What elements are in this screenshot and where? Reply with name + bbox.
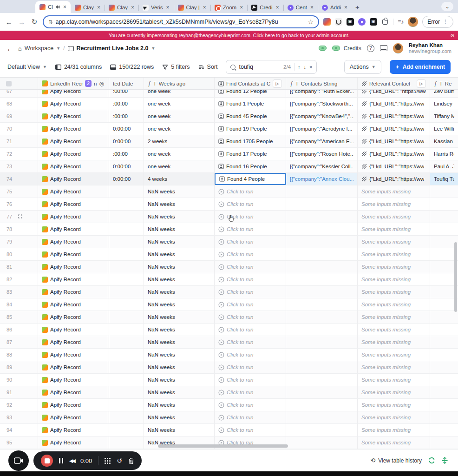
posted-date-cell[interactable] xyxy=(109,273,144,285)
find-contacts-cell[interactable]: Click to run xyxy=(215,374,286,386)
weeks-ago-cell[interactable]: one week xyxy=(144,110,215,122)
posted-date-cell[interactable] xyxy=(109,361,144,373)
row-number-cell[interactable]: 84 xyxy=(0,298,38,311)
search-close-button[interactable]: × xyxy=(309,64,312,70)
url-bar[interactable]: ⇅ app.clay.com/workspaces/286951/tables/… xyxy=(43,15,319,28)
find-contacts-cell[interactable]: Found 12 People xyxy=(215,90,286,97)
relevant-contact-cell[interactable]: Some inputs missing xyxy=(358,311,430,323)
posted-date-cell[interactable] xyxy=(109,324,144,336)
record-cell[interactable]: Apify Record xyxy=(38,135,109,147)
site-settings-icon[interactable]: ⇅ xyxy=(48,19,52,25)
relevant-contact-cell[interactable]: {"Lkd_URL":"https://ww xyxy=(358,148,430,160)
find-contacts-cell[interactable]: Click to run xyxy=(215,311,286,323)
row-number-cell[interactable]: 81 xyxy=(0,261,38,273)
find-contacts-cell[interactable]: Found 19 People xyxy=(215,123,286,135)
posted-date-cell[interactable] xyxy=(109,399,144,411)
posted-date-cell[interactable] xyxy=(109,336,144,348)
row-number-cell[interactable]: 71 xyxy=(0,135,38,147)
weeks-ago-cell[interactable]: NaN weeks xyxy=(144,185,215,198)
forward-button[interactable]: → xyxy=(17,18,26,26)
posted-date-cell[interactable]: :00:00 xyxy=(109,148,144,160)
weeks-ago-cell[interactable]: NaN weeks xyxy=(144,336,215,348)
relevant-contact-cell[interactable]: Some inputs missing xyxy=(358,236,430,248)
weeks-ago-cell[interactable]: NaN weeks xyxy=(144,211,215,223)
row-number-cell[interactable]: 77 xyxy=(0,211,38,223)
relevant-contact-cell[interactable]: Some inputs missing xyxy=(358,386,430,398)
posted-date-cell[interactable] xyxy=(109,311,144,323)
user-avatar[interactable] xyxy=(393,43,403,53)
column-header-weeks-ago[interactable]: ƒ T Weeks ago xyxy=(144,78,215,89)
run-play-icon[interactable] xyxy=(218,402,224,408)
posted-date-cell[interactable] xyxy=(109,424,144,436)
contacts-string-cell[interactable]: [{"company":"Aerodyne I... xyxy=(286,123,358,135)
relevant-name-cell[interactable] xyxy=(430,436,458,449)
relevant-contact-cell[interactable]: {"Lkd_URL":"https://ww xyxy=(358,160,430,172)
record-cell[interactable]: Apify Record xyxy=(38,336,109,348)
relevant-contact-cell[interactable]: Some inputs missing xyxy=(358,436,430,449)
relevant-contact-cell[interactable]: Some inputs missing xyxy=(358,185,430,198)
relevant-contact-cell[interactable]: Some inputs missing xyxy=(358,286,430,298)
camera-button[interactable] xyxy=(8,450,29,471)
relevant-contact-cell[interactable]: {"Lkd_URL": "https://ww xyxy=(358,90,430,97)
tab-search-chevron[interactable]: ⌄ xyxy=(441,2,453,11)
posted-date-cell[interactable] xyxy=(109,286,144,298)
tab-close-icon[interactable]: × xyxy=(97,4,100,11)
relevant-contact-cell[interactable]: Some inputs missing xyxy=(358,248,430,260)
run-play-icon[interactable] xyxy=(218,226,224,232)
record-cell[interactable]: Apify Record xyxy=(38,173,109,185)
posted-date-cell[interactable] xyxy=(109,374,144,386)
relevant-contact-cell[interactable]: Some inputs missing xyxy=(358,399,430,411)
row-number-cell[interactable]: 82 xyxy=(0,273,38,285)
record-cell[interactable]: Apify Record xyxy=(38,349,109,361)
select-all-checkbox[interactable] xyxy=(6,81,12,86)
relevant-name-cell[interactable]: Harris Ro xyxy=(430,148,458,160)
record-cell[interactable]: Apify Record xyxy=(38,374,109,386)
run-column-button[interactable]: ▷ xyxy=(417,79,426,88)
sort-button[interactable]: Sort xyxy=(198,64,218,70)
find-contacts-cell[interactable]: Click to run xyxy=(215,248,286,260)
add-enrichment-button[interactable]: Add enrichment xyxy=(390,60,451,74)
grid-tools-icon[interactable] xyxy=(105,458,111,464)
row-number-cell[interactable]: 89 xyxy=(0,361,38,373)
row-number-cell[interactable]: 79 xyxy=(0,236,38,248)
relevant-name-cell[interactable]: Paul A. J xyxy=(430,160,458,172)
weeks-ago-cell[interactable]: NaN weeks xyxy=(144,361,215,373)
tab-close-icon[interactable]: × xyxy=(310,4,314,11)
browser-tab[interactable]: Cent× xyxy=(283,2,318,13)
browser-tab[interactable]: Veris× xyxy=(138,2,174,13)
run-play-icon[interactable] xyxy=(218,277,224,283)
record-cell[interactable]: Apify Record xyxy=(38,123,109,135)
find-contacts-cell[interactable]: Click to run xyxy=(215,211,286,223)
relevant-contact-cell[interactable]: {"Lkd_URL":"https://ww xyxy=(358,123,430,135)
posted-date-cell[interactable] xyxy=(109,298,144,311)
find-contacts-cell[interactable]: Click to run xyxy=(215,399,286,411)
relevant-contact-cell[interactable]: Some inputs missing xyxy=(358,273,430,285)
inbox-tray-icon[interactable] xyxy=(380,45,387,51)
tab-close-icon[interactable]: × xyxy=(276,4,279,11)
actions-button[interactable]: Actions ▼ xyxy=(344,60,381,74)
find-contacts-cell[interactable]: Click to run xyxy=(215,411,286,423)
contacts-string-cell[interactable] xyxy=(286,336,358,348)
row-number-cell[interactable]: 88 xyxy=(0,349,38,361)
run-play-icon[interactable] xyxy=(218,364,224,370)
weeks-ago-cell[interactable]: one week xyxy=(144,98,215,110)
record-cell[interactable]: Apify Record xyxy=(38,286,109,298)
row-number-cell[interactable]: 70 xyxy=(0,123,38,135)
relevant-name-cell[interactable] xyxy=(430,311,458,323)
relevant-contact-cell[interactable]: {"Lkd_URL":"https://ww xyxy=(358,110,430,122)
relevant-name-cell[interactable]: Lindsey xyxy=(430,98,458,110)
row-number-cell[interactable]: 78 xyxy=(0,223,38,235)
record-cell[interactable]: Apify Record xyxy=(38,160,109,172)
run-play-icon[interactable] xyxy=(218,427,224,433)
record-cell[interactable]: Apify Record xyxy=(38,273,109,285)
row-number-cell[interactable]: 85 xyxy=(0,311,38,323)
contacts-string-cell[interactable] xyxy=(286,361,358,373)
find-contacts-cell[interactable]: Click to run xyxy=(215,273,286,285)
relevant-contact-cell[interactable]: {"Lkd_URL":"https://ww xyxy=(358,98,430,110)
row-number-cell[interactable]: 80 xyxy=(0,248,38,260)
horizontal-scrollbar[interactable] xyxy=(158,444,288,448)
credits-label[interactable]: Credits xyxy=(344,45,361,52)
tab-close-icon[interactable]: × xyxy=(63,4,66,10)
find-contacts-cell[interactable]: Found 16 People xyxy=(215,160,286,172)
rewind-icon[interactable]: ◀◀ xyxy=(69,458,74,464)
